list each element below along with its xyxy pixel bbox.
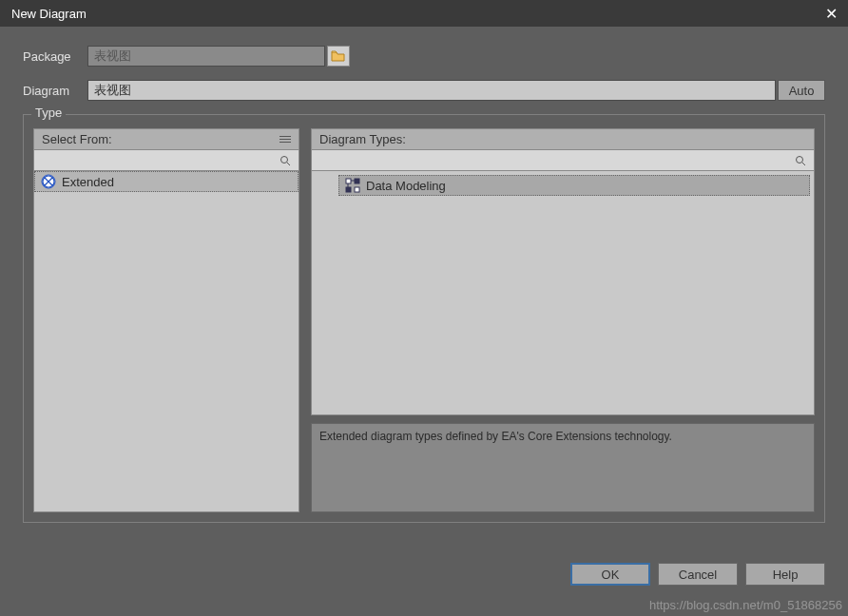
diagram-label: Diagram: [23, 84, 87, 98]
svg-rect-7: [346, 187, 351, 192]
dialog-content: Package Diagram Auto Type Select From:: [0, 27, 848, 616]
diagram-row: Diagram Auto: [23, 80, 825, 101]
package-row: Package: [23, 46, 825, 67]
panels: Select From:: [33, 128, 815, 512]
list-item[interactable]: Extended: [34, 171, 299, 192]
diagram-types-panel: Diagram Types:: [311, 128, 815, 512]
ok-button[interactable]: OK: [570, 563, 650, 586]
data-modeling-icon: [345, 178, 360, 193]
description-box: Extended diagram types defined by EA's C…: [311, 423, 815, 512]
svg-rect-5: [346, 179, 351, 183]
diagram-types-search[interactable]: [311, 149, 815, 170]
hamburger-icon[interactable]: [279, 136, 291, 143]
svg-line-4: [802, 163, 805, 165]
select-from-list[interactable]: Extended: [33, 170, 299, 512]
package-label: Package: [23, 49, 87, 64]
extended-icon: [41, 174, 56, 189]
close-icon[interactable]: ✕: [821, 5, 840, 23]
list-item[interactable]: Data Modeling: [338, 175, 810, 196]
select-from-header: Select From:: [33, 128, 299, 149]
help-button[interactable]: Help: [745, 563, 825, 586]
svg-point-3: [797, 156, 803, 163]
search-icon: [279, 155, 291, 166]
list-item-label: Data Modeling: [366, 179, 446, 193]
diagram-types-label: Diagram Types:: [319, 132, 406, 146]
diagram-input[interactable]: [87, 80, 776, 101]
type-fieldset: Type Select From:: [23, 114, 825, 523]
auto-button[interactable]: Auto: [778, 80, 825, 101]
select-from-label: Select From:: [42, 132, 112, 146]
window-title: New Diagram: [8, 7, 87, 21]
browse-package-button[interactable]: [327, 46, 350, 67]
watermark: https://blog.csdn.net/m0_51868256: [649, 598, 842, 612]
cancel-button[interactable]: Cancel: [658, 563, 738, 586]
type-legend: Type: [31, 106, 66, 120]
titlebar: New Diagram ✕: [0, 0, 848, 27]
search-icon: [795, 155, 806, 166]
list-item-label: Extended: [62, 175, 114, 189]
select-from-search[interactable]: [33, 149, 299, 170]
select-from-panel: Select From:: [33, 128, 299, 512]
folder-icon: [331, 49, 346, 63]
svg-line-1: [287, 163, 290, 165]
svg-rect-8: [355, 187, 359, 192]
diagram-types-header: Diagram Types:: [311, 128, 815, 149]
svg-rect-6: [355, 179, 359, 183]
package-input[interactable]: [87, 46, 325, 67]
dialog-buttons: OK Cancel Help: [570, 563, 825, 586]
svg-point-0: [281, 156, 288, 163]
diagram-types-list[interactable]: Data Modeling: [311, 170, 815, 415]
